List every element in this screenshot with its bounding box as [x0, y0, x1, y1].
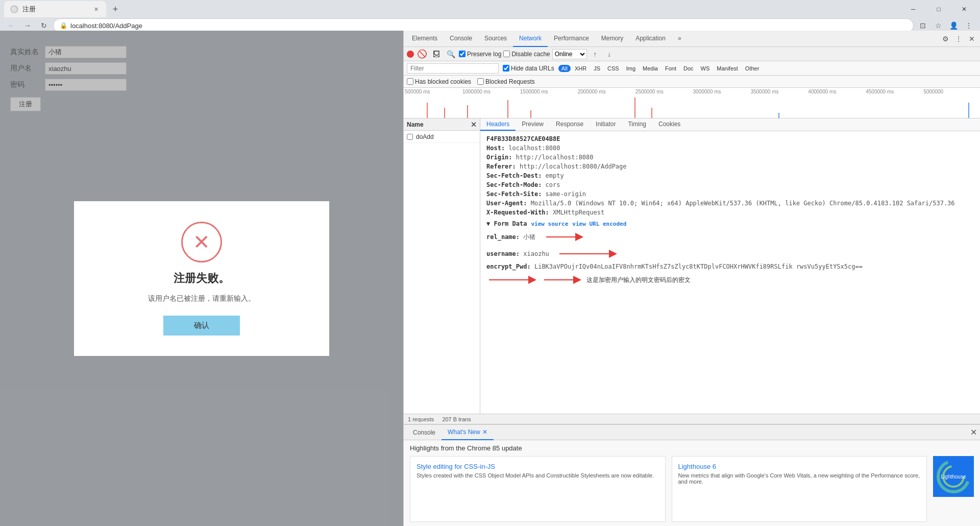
tab-network[interactable]: Network: [513, 31, 548, 47]
tab-console[interactable]: Console: [444, 31, 478, 47]
timeline-label-7: 3500000 ms: [749, 89, 807, 94]
bottom-panel-close[interactable]: ✕: [970, 427, 977, 437]
view-url-encoded-link[interactable]: view URL encoded: [572, 221, 626, 227]
filter-bar: Hide data URLs All XHR JS CSS Img Media …: [404, 61, 980, 76]
upload-icon[interactable]: ↑: [589, 48, 601, 60]
preserve-log-checkbox-label[interactable]: Preserve log: [459, 51, 501, 58]
bottom-tab-whats-new[interactable]: What's New ✕: [442, 425, 494, 440]
filter-font[interactable]: Font: [662, 65, 679, 72]
blocked-requests-label[interactable]: Blocked Requests: [477, 78, 535, 85]
network-status-bar: 1 requests 207 B trans: [404, 414, 980, 424]
filter-xhr[interactable]: XHR: [572, 65, 590, 72]
filter-input[interactable]: [407, 63, 499, 74]
devtools-close-icon[interactable]: ✕: [966, 33, 978, 45]
clear-button[interactable]: 🚫: [416, 48, 428, 60]
form-data-rel-name: rel_name: 小猪: [486, 229, 974, 245]
details-tab-initiator[interactable]: Initiator: [590, 118, 622, 131]
filter-ws[interactable]: WS: [698, 65, 713, 72]
request-checkbox[interactable]: [407, 134, 413, 140]
header-referer: Referer: http://localhost:8080/AddPage: [486, 163, 974, 170]
dialog-message: 该用户名已被注册，请重新输入。: [148, 294, 255, 303]
download-icon[interactable]: ↓: [603, 48, 616, 60]
preserve-log-checkbox[interactable]: [459, 51, 465, 57]
timeline-bar-5: [530, 110, 531, 118]
details-tab-headers[interactable]: Headers: [480, 118, 516, 131]
timeline-bar-9: [968, 103, 969, 118]
network-upper: 🚫 ⛾ 🔍 Preserve log Disable cache Online …: [404, 47, 980, 414]
svg-text:Lighthouse: Lighthouse: [941, 474, 966, 480]
filter-all[interactable]: All: [558, 65, 571, 72]
window-controls: ─ □ ✕: [901, 0, 976, 18]
throttle-select[interactable]: Online Fast 3G Slow 3G Offline: [552, 49, 587, 59]
tab-more[interactable]: »: [672, 31, 688, 47]
tab-performance[interactable]: Performance: [548, 31, 595, 47]
bottom-content: Highlights from the Chrome 85 update Sty…: [404, 440, 980, 526]
disable-cache-checkbox-label[interactable]: Disable cache: [503, 51, 550, 58]
dialog-title: 注册失败。: [174, 271, 230, 286]
active-tab[interactable]: ⚪ 注册 ✕: [4, 1, 106, 17]
tab-memory[interactable]: Memory: [595, 31, 629, 47]
devtools-main: 🚫 ⛾ 🔍 Preserve log Disable cache Online …: [404, 47, 980, 526]
request-row-doAdd[interactable]: doAdd: [404, 131, 480, 143]
blocked-requests-checkbox[interactable]: [477, 78, 484, 85]
tab-sources[interactable]: Sources: [478, 31, 513, 47]
tab-application[interactable]: Application: [629, 31, 672, 47]
address-text: localhost:8080/AddPage: [70, 22, 142, 30]
devtools-tab-bar: Elements Console Sources Network Perform…: [404, 31, 980, 47]
timeline-label-10: 5000000: [922, 89, 980, 94]
filter-media[interactable]: Media: [640, 65, 661, 72]
new-tab-button[interactable]: +: [108, 2, 122, 16]
details-content[interactable]: F4FB33D88527CAE04B8E Host: localhost:808…: [480, 131, 980, 414]
filter-js[interactable]: JS: [591, 65, 603, 72]
form-data-toggle[interactable]: ▼ Form Data: [486, 220, 527, 227]
details-tab-preview[interactable]: Preview: [516, 118, 550, 131]
has-blocked-cookies-text: Has blocked cookies: [415, 78, 471, 85]
card-css-in-js-title[interactable]: Style editing for CSS-in-JS: [416, 463, 659, 470]
hide-data-urls-checkbox[interactable]: [503, 65, 509, 71]
details-tab-response[interactable]: Response: [550, 118, 590, 131]
card-css-in-js-desc: Styles created with the CSS Object Model…: [416, 472, 659, 479]
filter-css[interactable]: CSS: [604, 65, 622, 72]
timeline-labels: 500000 ms 1000000 ms 1500000 ms 2000000 …: [404, 89, 980, 94]
network-content: Name ✕ doAdd Headers Preview: [404, 118, 980, 414]
filter-other[interactable]: Other: [742, 65, 763, 72]
devtools-settings-icon[interactable]: ⚙: [939, 33, 951, 45]
form-data-encrypt-pwd: encrypt_Pwd: LiBK3aVPOujrIQv04nLoaIFV8nh…: [486, 263, 974, 270]
timeline-label-6: 3000000 ms: [692, 89, 750, 94]
browser-chrome: ⚪ 注册 ✕ + ─ □ ✕ ← → ↻ 🔒 localhost:8080/Ad…: [0, 0, 980, 31]
filter-doc[interactable]: Doc: [680, 65, 697, 72]
name-panel-close[interactable]: ✕: [471, 121, 477, 129]
timeline-bar-3: [467, 105, 468, 118]
details-tab-timing[interactable]: Timing: [622, 118, 652, 131]
bottom-tab-console[interactable]: Console: [407, 425, 442, 440]
tab-title: 注册: [22, 5, 36, 14]
tab-elements[interactable]: Elements: [406, 31, 444, 47]
encrypt-comment: 这是加密用户输入的明文密码后的密文: [486, 272, 974, 288]
preserve-log-label: Preserve log: [467, 51, 501, 58]
hide-data-urls-label[interactable]: Hide data URLs: [503, 65, 554, 72]
has-blocked-cookies-label[interactable]: Has blocked cookies: [407, 78, 471, 85]
filter-icon-button[interactable]: ⛾: [430, 48, 443, 60]
record-button[interactable]: [407, 51, 414, 58]
devtools-settings: ⚙ ⋮ ✕: [939, 33, 978, 45]
card-lighthouse-title[interactable]: Lighthouse 6: [678, 463, 921, 470]
timeline-bars: [404, 97, 980, 118]
header-sec-fetch-site: Sec-Fetch-Site: same-origin: [486, 190, 974, 198]
tab-close-button[interactable]: ✕: [92, 5, 100, 13]
filter-img[interactable]: Img: [623, 65, 639, 72]
close-button[interactable]: ✕: [952, 0, 976, 18]
devtools-more-icon[interactable]: ⋮: [952, 33, 965, 45]
search-button[interactable]: 🔍: [445, 48, 457, 60]
disable-cache-checkbox[interactable]: [503, 51, 510, 57]
dialog-confirm-button[interactable]: 确认: [163, 316, 240, 336]
details-tab-cookies[interactable]: Cookies: [652, 118, 687, 131]
filter-manifest[interactable]: Manifest: [714, 65, 741, 72]
has-blocked-cookies-checkbox[interactable]: [407, 78, 413, 85]
arrow-rel-name: [544, 229, 584, 245]
whats-new-close-icon[interactable]: ✕: [482, 428, 487, 436]
request-name: doAdd: [416, 133, 434, 140]
view-source-link[interactable]: view source: [531, 221, 568, 227]
error-dialog: ✕ 注册失败。 该用户名已被注册，请重新输入。 确认: [74, 201, 329, 356]
maximize-button[interactable]: □: [927, 0, 950, 18]
minimize-button[interactable]: ─: [901, 0, 925, 18]
